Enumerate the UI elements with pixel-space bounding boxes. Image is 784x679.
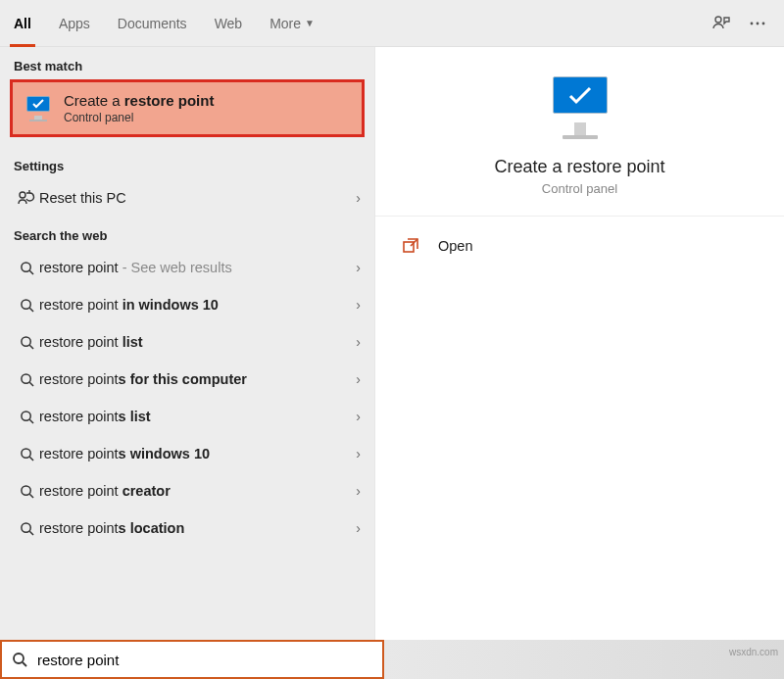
search-icon (14, 484, 39, 499)
taskbar (384, 640, 784, 679)
web-suggestion[interactable]: restore points list› (0, 398, 374, 435)
svg-point-0 (715, 17, 721, 23)
chevron-right-icon: › (356, 446, 361, 461)
svg-point-5 (21, 262, 29, 270)
tab-documents[interactable]: Documents (104, 0, 201, 46)
open-label: Open (438, 238, 472, 254)
web-suggestion-label: restore points windows 10 (39, 446, 356, 461)
svg-point-12 (21, 522, 29, 531)
web-suggestion[interactable]: restore points location› (0, 509, 374, 547)
tab-more[interactable]: More ▼ (256, 0, 328, 46)
web-suggestion-label: restore points list (39, 409, 356, 424)
web-suggestion[interactable]: restore point in windows 10› (0, 286, 374, 323)
search-icon (14, 410, 39, 424)
web-suggestion[interactable]: restore point - See web results› (0, 249, 374, 286)
ellipsis-icon[interactable] (749, 15, 766, 32)
section-search-web: Search the web (0, 217, 374, 249)
chevron-right-icon: › (356, 409, 361, 424)
web-suggestion[interactable]: restore points for this computer› (0, 361, 374, 398)
chevron-right-icon: › (356, 190, 361, 206)
search-icon (12, 652, 27, 667)
chevron-right-icon: › (356, 260, 361, 275)
detail-subtitle: Control panel (542, 181, 617, 196)
monitor-check-icon (545, 76, 615, 139)
search-icon (14, 298, 39, 313)
detail-title: Create a restore point (494, 157, 664, 177)
search-icon (14, 447, 39, 461)
best-match-title-pre: Create a (64, 92, 124, 109)
settings-item-label: Reset this PC (39, 190, 356, 206)
search-icon (14, 261, 39, 275)
svg-point-2 (757, 22, 760, 24)
svg-point-8 (21, 373, 29, 382)
best-match-text: Create a restore point Control panel (64, 92, 214, 124)
best-match-title-bold: restore point (124, 92, 215, 109)
tab-apps[interactable]: Apps (45, 0, 104, 46)
detail-pane: Create a restore point Control panel Ope… (374, 47, 784, 640)
tab-web[interactable]: Web (201, 0, 257, 46)
svg-point-11 (21, 485, 29, 494)
svg-point-6 (21, 299, 29, 308)
best-match-item[interactable]: Create a restore point Control panel (10, 79, 365, 137)
svg-point-3 (762, 22, 765, 24)
section-settings: Settings (0, 147, 374, 179)
chevron-right-icon: › (356, 334, 361, 350)
svg-point-4 (20, 192, 25, 198)
web-suggestion-label: restore points for this computer (39, 371, 356, 387)
search-icon (14, 335, 39, 350)
web-suggestion[interactable]: restore point creator› (0, 472, 374, 509)
search-bar[interactable] (0, 640, 384, 679)
search-icon (14, 372, 39, 387)
monitor-check-icon (24, 96, 52, 121)
filter-tabs: All Apps Documents Web More ▼ (0, 0, 784, 47)
chevron-right-icon: › (356, 520, 361, 536)
svg-point-14 (14, 654, 24, 663)
svg-point-9 (21, 411, 29, 419)
svg-point-10 (21, 448, 29, 457)
chevron-right-icon: › (356, 483, 361, 499)
svg-point-1 (751, 22, 754, 24)
feedback-icon[interactable] (711, 14, 731, 33)
web-suggestion-label: restore point creator (39, 483, 356, 499)
results-list: Best match Create a restore point Contro… (0, 47, 374, 640)
reset-icon (14, 190, 39, 206)
watermark: wsxdn.com (729, 647, 778, 657)
open-action[interactable]: Open (375, 224, 784, 267)
web-suggestion-label: restore point - See web results (39, 260, 356, 275)
web-suggestion-label: restore point list (39, 334, 356, 350)
web-suggestion[interactable]: restore point list› (0, 323, 374, 361)
chevron-down-icon: ▼ (305, 18, 315, 28)
tab-all[interactable]: All (0, 0, 45, 46)
open-icon (403, 238, 424, 254)
web-suggestion[interactable]: restore points windows 10› (0, 435, 374, 472)
svg-point-7 (21, 336, 29, 345)
best-match-subtitle: Control panel (64, 111, 214, 124)
settings-item-reset-pc[interactable]: Reset this PC › (0, 179, 374, 217)
tab-more-label: More (270, 16, 301, 31)
chevron-right-icon: › (356, 297, 361, 313)
search-icon (14, 521, 39, 536)
search-input[interactable] (37, 652, 372, 668)
web-suggestion-label: restore points location (39, 520, 356, 536)
section-best-match: Best match (0, 47, 374, 79)
web-suggestion-label: restore point in windows 10 (39, 297, 356, 313)
chevron-right-icon: › (356, 371, 361, 387)
